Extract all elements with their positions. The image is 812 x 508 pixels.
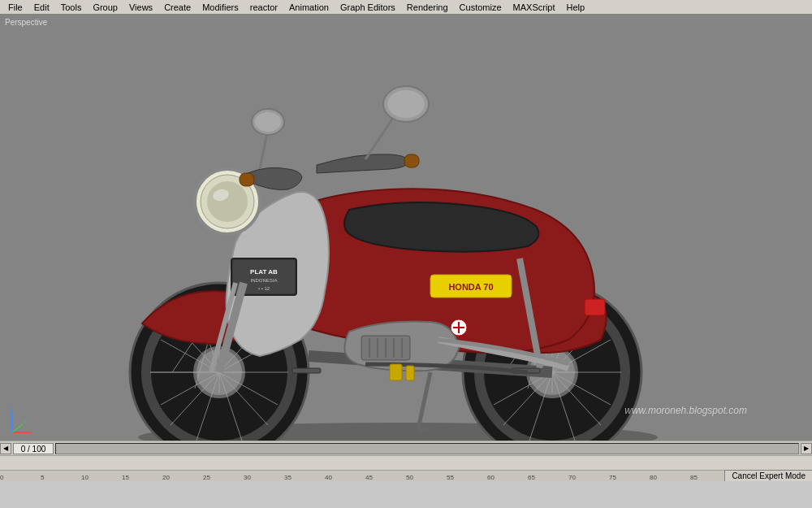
svg-rect-57	[585, 299, 605, 315]
timeline-prev-button[interactable]: ◀	[0, 443, 11, 454]
svg-line-71	[12, 424, 23, 432]
svg-text:HONDA 70: HONDA 70	[448, 282, 493, 292]
ruler-bar: 0510152025303540455055606570758085909510…	[0, 470, 812, 481]
svg-rect-41	[404, 154, 419, 167]
axis-indicator: Z X Y	[8, 404, 32, 436]
cancel-expert-mode-button[interactable]: Cancel Expert Mode	[724, 470, 812, 481]
ruler-ticks-container: 0510152025303540455055606570758085909510…	[0, 471, 812, 481]
menu-views[interactable]: Views	[124, 2, 158, 13]
scene-canvas[interactable]: PLAT AB INDONESIA • • 12 HONDA 70	[0, 15, 812, 481]
ruler-tick: 60	[487, 474, 495, 481]
ruler-tick: 40	[325, 474, 332, 481]
timeline-slider[interactable]	[55, 443, 799, 454]
svg-point-44	[255, 112, 281, 132]
menu-reactor[interactable]: reactor	[245, 2, 283, 13]
menu-edit[interactable]: Edit	[29, 2, 54, 13]
svg-text:• • 12: • • 12	[258, 286, 270, 291]
svg-rect-58	[292, 368, 321, 373]
ruler-tick: 45	[365, 474, 373, 481]
svg-text:INDONESIA: INDONESIA	[250, 278, 277, 283]
svg-rect-66	[406, 366, 414, 380]
svg-text:Y: Y	[24, 419, 27, 424]
timeline-bar: ◀ 0 / 100 ▶	[0, 441, 812, 455]
menu-bar: File Edit Tools Group Views Create Modif…	[0, 0, 812, 15]
ruler-tick: 0	[0, 474, 3, 481]
svg-text:Z: Z	[10, 406, 13, 411]
menu-create[interactable]: Create	[159, 2, 196, 13]
ruler-tick: 25	[203, 474, 210, 481]
menu-animation[interactable]: Animation	[284, 2, 334, 13]
menu-group[interactable]: Group	[88, 2, 123, 13]
viewport-label: Perspective	[5, 18, 47, 27]
svg-point-47	[387, 90, 425, 118]
menu-file[interactable]: File	[3, 2, 28, 13]
menu-graph-editors[interactable]: Graph Editors	[335, 2, 400, 13]
timeline-next-button[interactable]: ▶	[801, 443, 812, 454]
svg-text:X: X	[31, 431, 32, 436]
ruler-tick: 75	[609, 474, 616, 481]
ruler-tick: 15	[122, 474, 129, 481]
menu-customize[interactable]: Customize	[455, 2, 507, 13]
svg-line-60	[418, 372, 430, 429]
status-bar	[0, 455, 812, 470]
ruler-tick: 70	[568, 474, 576, 481]
timeline-value: 0 / 100	[13, 443, 54, 454]
ruler-tick: 80	[650, 474, 657, 481]
menu-tools[interactable]: Tools	[56, 2, 87, 13]
ruler-tick: 55	[447, 474, 454, 481]
ruler-tick: 30	[244, 474, 251, 481]
ruler-tick: 5	[41, 474, 44, 481]
svg-point-38	[207, 181, 248, 222]
ruler-tick: 35	[284, 474, 292, 481]
ruler-tick: 65	[528, 474, 535, 481]
menu-rendering[interactable]: Rendering	[402, 2, 453, 13]
ruler-tick: 20	[162, 474, 170, 481]
svg-text:PLAT AB: PLAT AB	[250, 268, 278, 276]
watermark: www.moroneh.blogspot.com	[624, 405, 747, 416]
menu-maxscript[interactable]: MAXScript	[508, 2, 560, 13]
svg-rect-65	[390, 364, 402, 380]
menu-help[interactable]: Help	[562, 2, 590, 13]
menu-modifiers[interactable]: Modifiers	[197, 2, 244, 13]
viewport-container: Perspective	[0, 15, 812, 481]
ruler-tick: 85	[690, 474, 698, 481]
ruler-tick: 50	[406, 474, 413, 481]
svg-rect-40	[240, 173, 254, 186]
ruler-tick: 10	[81, 474, 89, 481]
